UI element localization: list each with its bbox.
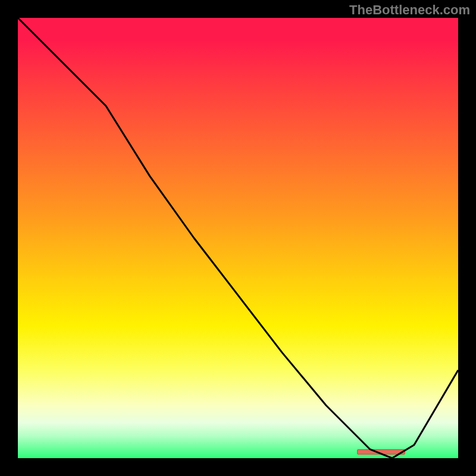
watermark-text: TheBottleneck.com bbox=[349, 2, 470, 18]
bottleneck-curve bbox=[18, 18, 458, 458]
curve-overlay bbox=[18, 18, 458, 458]
chart-plot-area bbox=[18, 18, 458, 458]
